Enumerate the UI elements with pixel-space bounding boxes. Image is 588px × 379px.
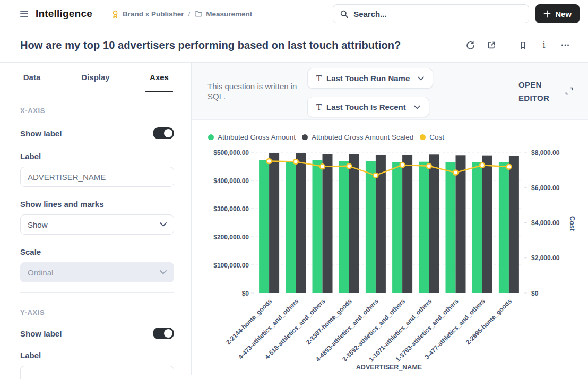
scale-value: Ordinal: [28, 268, 53, 277]
legend-item[interactable]: Attributed Gross Amount Scaled: [302, 133, 413, 141]
svg-text:$0: $0: [531, 290, 539, 297]
search-box[interactable]: [333, 4, 529, 23]
chart-card: Attributed Gross AmountAttributed Gross …: [192, 120, 588, 375]
text-type-icon: T: [316, 74, 322, 83]
svg-text:ADVERTISER_NAME: ADVERTISER_NAME: [356, 364, 422, 371]
divider: [507, 39, 507, 51]
breadcrumb-collection[interactable]: Brand x Publisher: [123, 10, 184, 18]
x-axis-label-text: Label: [20, 152, 41, 161]
lines-marks-value: Show: [28, 220, 48, 229]
new-button[interactable]: New: [535, 4, 580, 23]
plus-icon: [543, 10, 551, 18]
filter-last-touch-is-recent[interactable]: T Last Touch Is Recent: [307, 97, 429, 117]
breadcrumb-separator: /: [187, 10, 191, 18]
more-options-button[interactable]: [557, 37, 573, 53]
y-axis-label-input[interactable]: [20, 366, 174, 379]
legend-dot-icon: [420, 134, 426, 140]
question-main: This question is written in SQL. T Last …: [192, 63, 588, 375]
question-header: How are my top 10 advertisers performing…: [0, 28, 588, 53]
expand-icon: [565, 87, 573, 95]
sql-notice: This question is written in SQL.: [207, 81, 299, 101]
breadcrumb: Brand x Publisher / Measurement: [111, 10, 252, 19]
svg-text:$200,000.00: $200,000.00: [213, 234, 249, 241]
question-actions: i: [462, 37, 573, 53]
settings-tabs: Data Display Axes: [0, 63, 191, 92]
svg-text:$6,000.00: $6,000.00: [531, 184, 560, 192]
scale-select: Ordinal: [20, 262, 174, 282]
tab-display[interactable]: Display: [64, 63, 127, 92]
legend-label: Attributed Gross Amount Scaled: [312, 133, 413, 141]
legend-item[interactable]: Attributed Gross Amount: [208, 133, 296, 141]
svg-text:2-2144-home_goods: 2-2144-home_goods: [224, 297, 273, 346]
scale-row: Scale: [20, 247, 174, 256]
share-button[interactable]: [483, 37, 499, 53]
svg-text:2-3387-home_goods: 2-3387-home_goods: [305, 297, 353, 346]
top-nav: Intelligence Brand x Publisher / Measure…: [0, 0, 588, 28]
search-icon: [340, 10, 349, 19]
bookmark-button[interactable]: [515, 37, 531, 53]
filter-label: Last Touch Run Name: [326, 74, 410, 83]
chart-legend: Attributed Gross AmountAttributed Gross …: [192, 120, 588, 141]
svg-text:$100,000.00: $100,000.00: [213, 262, 249, 269]
question-bar: This question is written in SQL. T Last …: [192, 63, 588, 120]
filter-pills: T Last Touch Run Name T Last Touch Is Re…: [307, 63, 433, 119]
y-axis-show-label-toggle[interactable]: [153, 328, 174, 339]
legend-dot-icon: [208, 134, 214, 140]
y-axis-show-label-row: Show label: [20, 328, 174, 339]
new-button-label: New: [555, 10, 572, 19]
x-axis-show-label-row: Show label: [20, 127, 174, 139]
scale-label: Scale: [20, 247, 41, 256]
search-input[interactable]: [353, 10, 522, 19]
svg-text:$500,000.00: $500,000.00: [213, 149, 249, 157]
tab-data[interactable]: Data: [0, 63, 64, 92]
svg-text:$4,000.00: $4,000.00: [531, 219, 560, 227]
app-title[interactable]: Intelligence: [36, 8, 92, 20]
chevron-down-icon: [160, 222, 167, 227]
svg-text:$8,000.00: $8,000.00: [531, 149, 560, 157]
open-editor-button[interactable]: OPEN EDITOR: [518, 63, 573, 119]
filter-label: Last Touch Is Recent: [326, 102, 406, 111]
lines-marks-label: Show lines and marks: [20, 200, 104, 209]
x-axis-section-title: X-AXIS: [20, 107, 174, 115]
tab-axes[interactable]: Axes: [127, 63, 191, 92]
refresh-button[interactable]: [462, 37, 478, 53]
legend-dot-icon: [302, 134, 308, 140]
viz-settings-sidebar: Data Display Axes X-AXIS Show label Labe…: [0, 63, 192, 375]
divider: [20, 292, 174, 293]
hamburger-menu-icon[interactable]: [20, 11, 28, 17]
x-axis-label-input[interactable]: [20, 167, 174, 187]
svg-text:$2,000.00: $2,000.00: [531, 254, 560, 262]
svg-text:$400,000.00: $400,000.00: [213, 177, 249, 185]
lines-marks-row: Show lines and marks: [20, 200, 174, 209]
y-axis-label-field-row: Label: [20, 351, 174, 360]
chevron-down-icon: [160, 270, 167, 274]
x-axis-show-label-text: Show label: [20, 129, 62, 138]
open-editor-label: OPEN EDITOR: [518, 78, 551, 105]
folder-icon: [194, 10, 203, 18]
chevron-down-icon: [414, 105, 420, 109]
svg-text:2-2995-home_goods: 2-2995-home_goods: [464, 297, 513, 346]
combo-chart[interactable]: $0$100,000.00$200,000.00$300,000.00$400,…: [192, 144, 587, 375]
axes-settings-panel: X-AXIS Show label Label Show lines and m…: [0, 92, 191, 379]
info-icon: i: [542, 41, 545, 49]
y-axis-section-title: Y-AXIS: [20, 308, 174, 316]
page-title: How are my top 10 advertisers performing…: [20, 39, 401, 51]
text-type-icon: T: [316, 102, 322, 112]
legend-label: Cost: [429, 133, 444, 141]
svg-text:Cost: Cost: [568, 216, 576, 231]
x-axis-label-field-row: Label: [20, 152, 174, 161]
content-area: Data Display Axes X-AXIS Show label Labe…: [0, 62, 588, 375]
svg-text:$0: $0: [242, 290, 249, 297]
ellipsis-icon: [560, 40, 570, 50]
y-axis-label-text: Label: [20, 351, 41, 360]
filter-last-touch-run-name[interactable]: T Last Touch Run Name: [307, 68, 433, 89]
legend-label: Attributed Gross Amount: [218, 133, 296, 141]
breadcrumb-folder[interactable]: Measurement: [206, 10, 252, 18]
info-button[interactable]: i: [536, 37, 552, 53]
svg-text:$300,000.00: $300,000.00: [213, 205, 249, 213]
collection-badge-icon: [111, 10, 119, 19]
x-axis-show-label-toggle[interactable]: [153, 127, 174, 139]
legend-item[interactable]: Cost: [420, 133, 444, 141]
chevron-down-icon: [418, 76, 424, 81]
lines-marks-select[interactable]: Show: [20, 214, 174, 235]
